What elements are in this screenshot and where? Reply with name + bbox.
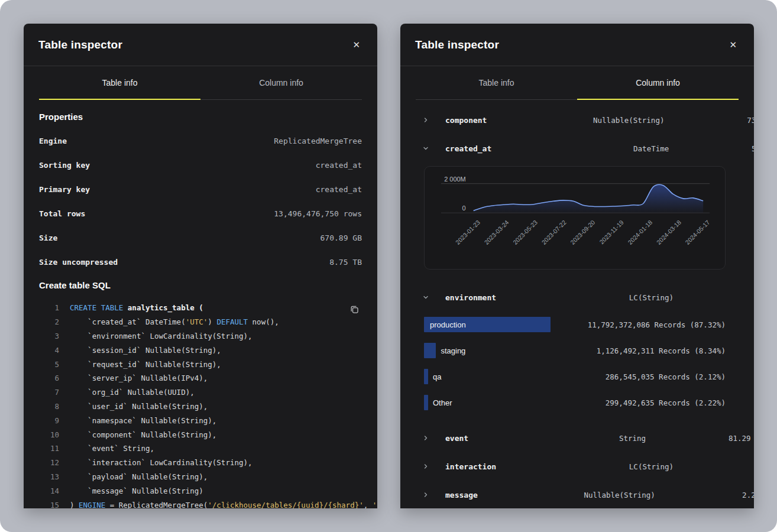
svg-text:0: 0: [462, 205, 466, 212]
sql-line: 6 `server_ip` Nullable(IPv4),: [39, 371, 362, 385]
x-tick-label: 2024-05-17: [684, 219, 711, 245]
tab-table-info[interactable]: Table info: [416, 66, 577, 100]
property-row: Sorting keycreated_at: [39, 153, 362, 177]
property-value: created_at: [316, 161, 362, 170]
sql-line: 3 `environment` LowCardinality(String),: [39, 329, 362, 343]
column-row-event[interactable]: eventString81.29 GB: [416, 424, 739, 452]
property-row: Size670.89 GB: [39, 226, 362, 250]
column-type: String: [468, 434, 646, 443]
tab-column-info[interactable]: Column info: [200, 66, 362, 100]
column-type: LC(String): [496, 462, 674, 471]
value-bar-row-staging: staging1,126,492,311 Records (8.34%): [416, 338, 739, 364]
column-name: message: [438, 491, 478, 499]
line-number: 11: [39, 444, 59, 453]
property-value: ReplicatedMergeTree: [274, 137, 362, 145]
property-row: Total rows13,496,476,750 rows: [39, 202, 362, 226]
value-label: staging: [441, 346, 465, 355]
property-label: Engine: [39, 137, 67, 145]
property-row: Primary keycreated_at: [39, 177, 362, 202]
value-bar: [424, 343, 436, 358]
property-value: 13,496,476,750 rows: [274, 209, 362, 218]
svg-text:2 000M: 2 000M: [444, 176, 466, 183]
property-label: Size uncompressed: [39, 258, 118, 267]
x-tick-label: 2023-03-24: [483, 219, 510, 245]
screen: Table inspector ✕ Table infoColumn info …: [0, 0, 777, 532]
column-name: component: [438, 116, 487, 125]
tab-table-info[interactable]: Table info: [39, 66, 200, 100]
sql-line: 9 `namespace` Nullable(String),: [39, 413, 362, 427]
column-size: 81.29 GB: [646, 434, 754, 443]
column-row-interaction[interactable]: interactionLC(String)15.17 GB: [416, 452, 739, 481]
column-name: interaction: [438, 462, 496, 471]
x-tick-label: 2024-01-18: [627, 219, 654, 245]
line-number: 8: [39, 402, 59, 411]
line-number: 7: [39, 388, 59, 397]
line-number: 4: [39, 346, 59, 355]
sql-code-block: 1CREATE TABLE analytics_table (2 `create…: [39, 297, 362, 508]
line-number: 9: [39, 416, 59, 425]
x-tick-label: 2023-07-22: [540, 219, 568, 245]
property-label: Sorting key: [39, 161, 90, 170]
sql-line: 2 `created_at` DateTime('UTC') DEFAULT n…: [39, 315, 362, 329]
x-tick-label: 2024-03-18: [655, 219, 682, 245]
line-number: 15: [39, 501, 59, 508]
x-tick-label: 2023-09-20: [569, 219, 597, 245]
line-number: 10: [39, 430, 59, 439]
sql-line: 7 `org_id` Nullable(UUID),: [39, 385, 362, 400]
chevron-down-icon: [423, 145, 429, 151]
sql-line: 8 `user_id` Nullable(String),: [39, 400, 362, 414]
column-row-message[interactable]: messageNullable(String)2.22 TB: [416, 481, 739, 508]
chevron-right-icon: [423, 435, 429, 441]
sql-line: 14 `message` Nullable(String): [39, 484, 362, 498]
column-distribution-chart-block: 2 000M02023-01-232023-03-242023-05-23202…: [424, 166, 726, 270]
column-row-component[interactable]: componentNullable(String)73.44 GB: [416, 106, 739, 134]
dialog-header: Table inspector ✕: [400, 24, 754, 66]
value-bar-row-other: Other299,492,635 Records (2.22%): [416, 390, 739, 416]
column-type: Nullable(String): [478, 491, 655, 499]
column-info-content: componentNullable(String)73.44 GBcreated…: [400, 100, 754, 508]
property-value: 670.89 GB: [320, 233, 362, 242]
column-name: created_at: [438, 144, 491, 153]
copy-icon: [349, 304, 360, 314]
value-label: Other: [433, 398, 452, 407]
x-tick-label: 2023-01-23: [454, 219, 481, 245]
value-records: 286,545,035 Records (2.12%): [606, 372, 726, 381]
value-records: 11,792,372,086 Records (87.32%): [588, 320, 726, 329]
chevron-right-icon: [423, 463, 429, 469]
sql-line: 11 `event` String,: [39, 442, 362, 456]
create-table-sql-heading: Create table SQL: [39, 280, 362, 290]
table-inspector-dialog-column-info: Table inspector ✕ Table infoColumn info …: [400, 24, 754, 508]
sql-line: 12 `interaction` LowCardinality(String),: [39, 456, 362, 470]
close-button[interactable]: ✕: [727, 38, 739, 51]
sql-lines: 1CREATE TABLE analytics_table (2 `create…: [39, 301, 362, 508]
value-bar-row-qa: qa286,545,035 Records (2.12%): [416, 364, 739, 390]
column-row-created_at[interactable]: created_atDateTime53.97 GB: [416, 134, 739, 163]
chevron-down-icon: [423, 294, 429, 300]
column-size: 73.44 GB: [664, 116, 754, 125]
value-records: 299,492,635 Records (2.22%): [606, 398, 726, 407]
column-name: event: [438, 434, 468, 443]
sql-line: 15) ENGINE = ReplicatedMergeTree('/click…: [39, 498, 362, 508]
property-value: 8.75 TB: [329, 258, 362, 267]
column-row-environment[interactable]: environmentLC(String)13.54 GB: [416, 283, 739, 312]
column-name: environment: [438, 293, 496, 302]
value-bar: [424, 395, 428, 410]
line-number: 14: [39, 486, 59, 495]
dialog-title: Table inspector: [38, 38, 122, 51]
environment-top-values: production11,792,372,086 Records (87.32%…: [416, 312, 739, 416]
column-size: 15.17 GB: [674, 462, 754, 471]
close-button[interactable]: ✕: [350, 38, 362, 51]
property-label: Size: [39, 233, 57, 242]
property-label: Primary key: [39, 185, 90, 194]
property-row: EngineReplicatedMergeTree: [39, 129, 362, 153]
value-records: 1,126,492,311 Records (8.34%): [597, 346, 726, 355]
tab-bar: Table infoColumn info: [24, 66, 377, 100]
value-label: production: [430, 320, 466, 329]
copy-sql-button[interactable]: [348, 303, 361, 317]
columns-list: componentNullable(String)73.44 GBcreated…: [416, 106, 739, 508]
dialog-header: Table inspector ✕: [24, 24, 377, 66]
line-number: 3: [39, 332, 59, 340]
line-number: 6: [39, 374, 59, 382]
line-number: 1: [39, 303, 59, 312]
tab-column-info[interactable]: Column info: [577, 66, 739, 100]
